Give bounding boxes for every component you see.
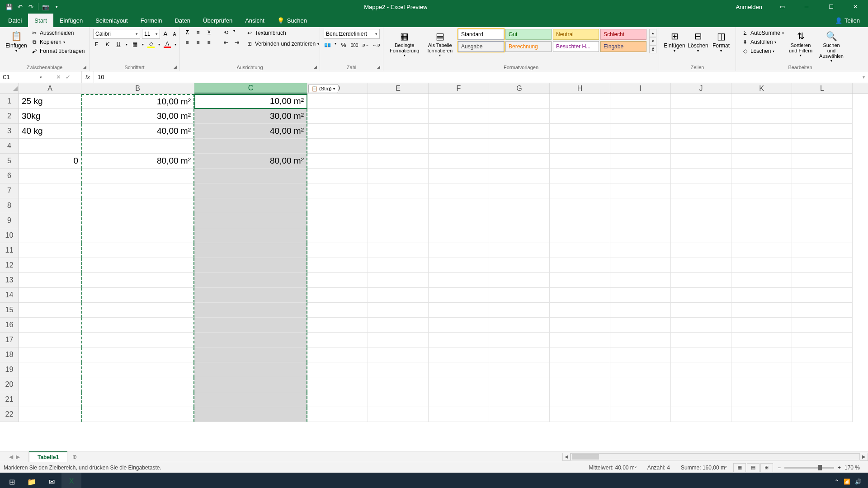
- cell-F3[interactable]: [429, 124, 489, 139]
- cell-H20[interactable]: [550, 377, 610, 392]
- cell-E15[interactable]: [368, 303, 429, 318]
- cell-K2[interactable]: [731, 109, 792, 124]
- cell-E20[interactable]: [368, 377, 429, 392]
- view-normal-button[interactable]: ▦: [733, 463, 746, 472]
- cell-E8[interactable]: [368, 198, 429, 213]
- format-cells-button[interactable]: ◫Format▾: [710, 29, 732, 54]
- row-header-16[interactable]: 16: [0, 318, 19, 333]
- cell-L19[interactable]: [792, 362, 853, 377]
- cell-J17[interactable]: [671, 333, 731, 347]
- cell-C12[interactable]: [194, 258, 307, 273]
- cell-L16[interactable]: [792, 318, 853, 333]
- indent-inc-icon[interactable]: ⇥: [233, 39, 241, 46]
- cell-L4[interactable]: [792, 139, 853, 154]
- cell-L2[interactable]: [792, 109, 853, 124]
- styles-more[interactable]: ⊻: [649, 45, 656, 53]
- cell-K13[interactable]: [731, 273, 792, 288]
- align-center-icon[interactable]: ≡: [194, 39, 202, 46]
- cell-L17[interactable]: [792, 333, 853, 347]
- cell-I9[interactable]: [610, 213, 671, 228]
- insert-cells-button[interactable]: ⊞Einfügen▾: [663, 29, 686, 54]
- cell-K10[interactable]: [731, 228, 792, 243]
- cell-H22[interactable]: [550, 407, 610, 422]
- cell-B1[interactable]: 10,00 m²: [81, 94, 194, 109]
- dec-decimal-icon[interactable]: ←.0: [373, 42, 380, 49]
- row-header-8[interactable]: 8: [0, 198, 19, 213]
- cell-K4[interactable]: [731, 139, 792, 154]
- cell-style-5[interactable]: Berechnung: [505, 41, 552, 52]
- cell-D16[interactable]: [307, 318, 368, 333]
- sheet-nav-prev[interactable]: ◀: [9, 454, 13, 460]
- cell-E13[interactable]: [368, 273, 429, 288]
- cell-I21[interactable]: [610, 392, 671, 407]
- cell-E14[interactable]: [368, 288, 429, 303]
- zoom-out-button[interactable]: −: [778, 465, 781, 471]
- cell-style-4[interactable]: Ausgabe: [458, 41, 504, 52]
- tab-datei[interactable]: Datei: [2, 14, 28, 27]
- cell-A18[interactable]: [19, 347, 81, 362]
- cell-D1[interactable]: [307, 94, 368, 109]
- cell-I11[interactable]: [610, 243, 671, 258]
- cell-G2[interactable]: [489, 109, 550, 124]
- cell-L3[interactable]: [792, 124, 853, 139]
- cell-A16[interactable]: [19, 318, 81, 333]
- row-header-17[interactable]: 17: [0, 333, 19, 347]
- cell-G20[interactable]: [489, 377, 550, 392]
- cell-F15[interactable]: [429, 303, 489, 318]
- tray-volume-icon[interactable]: 🔊: [855, 479, 862, 485]
- cell-F12[interactable]: [429, 258, 489, 273]
- cell-D12[interactable]: [307, 258, 368, 273]
- cell-A8[interactable]: [19, 198, 81, 213]
- cell-L14[interactable]: [792, 288, 853, 303]
- col-header-E[interactable]: E: [368, 83, 429, 94]
- sheet-nav-next[interactable]: ▶: [16, 454, 20, 460]
- col-header-F[interactable]: F: [429, 83, 489, 94]
- row-header-20[interactable]: 20: [0, 377, 19, 392]
- cell-L18[interactable]: [792, 347, 853, 362]
- cell-J6[interactable]: [671, 169, 731, 183]
- cell-L9[interactable]: [792, 213, 853, 228]
- cell-I10[interactable]: [610, 228, 671, 243]
- cell-H11[interactable]: [550, 243, 610, 258]
- cell-D19[interactable]: [307, 362, 368, 377]
- cell-G18[interactable]: [489, 347, 550, 362]
- cell-B17[interactable]: [81, 333, 194, 347]
- col-header-L[interactable]: L: [792, 83, 853, 94]
- cell-A20[interactable]: [19, 377, 81, 392]
- minimize-button[interactable]: ─: [797, 0, 816, 14]
- accounting-icon[interactable]: 💶: [324, 42, 331, 49]
- tell-me-search[interactable]: 💡Suchen: [271, 14, 313, 27]
- row-header-7[interactable]: 7: [0, 183, 19, 198]
- row-header-3[interactable]: 3: [0, 124, 19, 139]
- copy-button[interactable]: ⧉Kopieren▾: [29, 38, 86, 46]
- cell-E21[interactable]: [368, 392, 429, 407]
- cell-J20[interactable]: [671, 377, 731, 392]
- cell-G9[interactable]: [489, 213, 550, 228]
- cell-I8[interactable]: [610, 198, 671, 213]
- cell-H15[interactable]: [550, 303, 610, 318]
- cell-F19[interactable]: [429, 362, 489, 377]
- cell-B11[interactable]: [81, 243, 194, 258]
- cell-J10[interactable]: [671, 228, 731, 243]
- cell-B13[interactable]: [81, 273, 194, 288]
- row-header-14[interactable]: 14: [0, 288, 19, 303]
- row-header-12[interactable]: 12: [0, 258, 19, 273]
- cell-C21[interactable]: [194, 392, 307, 407]
- cell-B10[interactable]: [81, 228, 194, 243]
- view-page-break-button[interactable]: ⊞: [760, 463, 773, 472]
- cell-K18[interactable]: [731, 347, 792, 362]
- cell-G22[interactable]: [489, 407, 550, 422]
- clipboard-launcher[interactable]: ◢: [82, 65, 87, 70]
- row-header-11[interactable]: 11: [0, 243, 19, 258]
- cell-E4[interactable]: [368, 139, 429, 154]
- cell-H6[interactable]: [550, 169, 610, 183]
- sheet-tab-1[interactable]: Tabelle1: [29, 451, 67, 462]
- name-box[interactable]: C1▾: [0, 71, 45, 83]
- cell-F1[interactable]: [429, 94, 489, 109]
- cell-K12[interactable]: [731, 258, 792, 273]
- cell-D15[interactable]: [307, 303, 368, 318]
- cell-L15[interactable]: [792, 303, 853, 318]
- border-icon[interactable]: ▦: [131, 41, 138, 48]
- cell-I22[interactable]: [610, 407, 671, 422]
- clear-button[interactable]: ◇Löschen▾: [740, 47, 786, 55]
